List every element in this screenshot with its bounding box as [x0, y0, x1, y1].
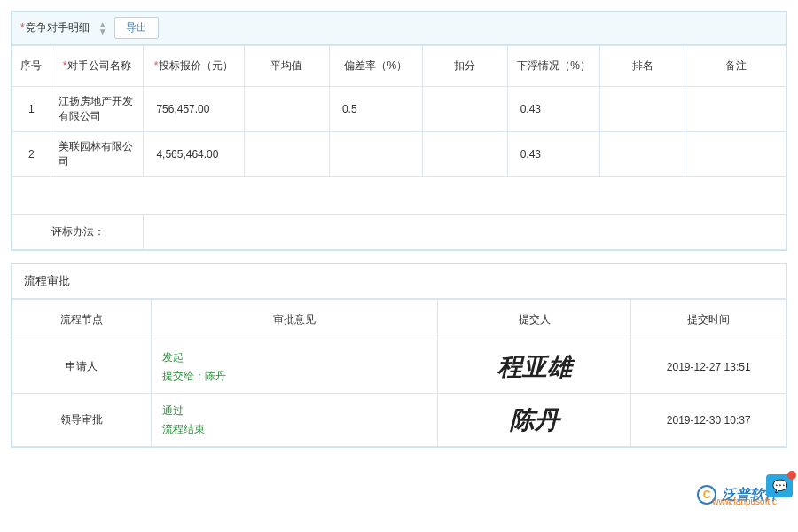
approval-row: 申请人 发起 提交给：陈丹 程亚雄 2019-12-27 13:51	[12, 340, 786, 394]
cell-note	[685, 132, 786, 177]
col-deduct: 扣分	[422, 46, 507, 87]
col-name: *对手公司名称	[51, 46, 144, 87]
cell-rank	[600, 87, 685, 132]
cell-name: 美联园林有限公司	[51, 132, 144, 177]
approval-panel: 流程审批 流程节点 审批意见 提交人 提交时间 申请人 发起 提交给：陈丹 程亚…	[11, 263, 787, 448]
competitor-panel: *竞争对手明细 ▲▼ 导出 序号 *对手公司名称 *投标报价（元） 平均值 偏差…	[11, 11, 787, 251]
spacer-row	[12, 177, 786, 215]
notification-dot-icon	[787, 471, 796, 480]
cell-submitter: 程亚雄	[438, 340, 631, 394]
cell-avg	[244, 132, 329, 177]
opinion-forward: 提交给：陈丹	[162, 367, 432, 385]
opinion-action: 发起	[162, 348, 432, 366]
cell-deduct	[422, 87, 507, 132]
chat-icon[interactable]: 💬	[766, 474, 793, 497]
speech-bubble-icon: 💬	[772, 479, 787, 493]
col-opinion: 审批意见	[152, 300, 438, 340]
col-submitter: 提交人	[438, 300, 631, 340]
eval-method-value	[144, 215, 786, 250]
table-row: 2 美联园林有限公司 4,565,464.00 0.43	[12, 132, 786, 177]
signature: 陈丹	[510, 406, 559, 434]
eval-method-label: 评标办法：	[12, 215, 144, 250]
cell-time: 2019-12-30 10:37	[631, 394, 786, 447]
approval-row: 领导审批 通过 流程结束 陈丹 2019-12-30 10:37	[12, 394, 786, 447]
col-float: 下浮情况（%）	[507, 46, 600, 87]
signature: 程亚雄	[497, 353, 572, 380]
approval-header-row: 流程节点 审批意见 提交人 提交时间	[12, 300, 786, 340]
table-row: 1 江扬房地产开发有限公司 756,457.00 0.5 0.43	[12, 87, 786, 132]
competitor-header-row: 序号 *对手公司名称 *投标报价（元） 平均值 偏差率（%） 扣分 下浮情况（%…	[12, 46, 786, 87]
cell-opinion: 发起 提交给：陈丹	[152, 340, 438, 394]
cell-rank	[600, 132, 685, 177]
competitor-title: *竞争对手明细	[20, 20, 90, 35]
col-bid: *投标报价（元）	[144, 46, 244, 87]
cell-dev: 0.5	[329, 87, 422, 132]
col-seq: 序号	[12, 46, 51, 87]
sort-icon[interactable]: ▲▼	[98, 21, 107, 35]
cell-dev	[329, 132, 422, 177]
cell-node: 领导审批	[12, 394, 152, 447]
cell-node: 申请人	[12, 340, 152, 394]
cell-deduct	[422, 132, 507, 177]
cell-bid: 4,565,464.00	[144, 132, 244, 177]
cell-note	[685, 87, 786, 132]
cell-float: 0.43	[507, 132, 600, 177]
brand-url: www.fanpusoft.c	[712, 497, 777, 506]
competitor-table: 序号 *对手公司名称 *投标报价（元） 平均值 偏差率（%） 扣分 下浮情况（%…	[12, 45, 786, 250]
cell-seq: 2	[12, 132, 51, 177]
export-button[interactable]: 导出	[114, 17, 159, 39]
footer: C 泛普软件 www.fanpusoft.c 💬	[11, 460, 787, 505]
competitor-panel-head: *竞争对手明细 ▲▼ 导出	[12, 12, 786, 45]
cell-bid: 756,457.00	[144, 87, 244, 132]
approval-table: 流程节点 审批意见 提交人 提交时间 申请人 发起 提交给：陈丹 程亚雄 201…	[12, 299, 786, 447]
cell-seq: 1	[12, 87, 51, 132]
col-time: 提交时间	[631, 300, 786, 340]
col-dev: 偏差率（%）	[329, 46, 422, 87]
eval-method-row: 评标办法：	[12, 215, 786, 250]
col-rank: 排名	[600, 46, 685, 87]
cell-opinion: 通过 流程结束	[152, 394, 438, 447]
col-node: 流程节点	[12, 300, 152, 340]
cell-avg	[244, 87, 329, 132]
cell-float: 0.43	[507, 87, 600, 132]
col-note: 备注	[685, 46, 786, 87]
cell-name: 江扬房地产开发有限公司	[51, 87, 144, 132]
cell-submitter: 陈丹	[438, 394, 631, 447]
approval-title: 流程审批	[12, 264, 786, 299]
col-avg: 平均值	[244, 46, 329, 87]
opinion-action: 通过	[162, 402, 432, 419]
opinion-forward: 流程结束	[162, 420, 432, 438]
cell-time: 2019-12-27 13:51	[631, 340, 786, 394]
